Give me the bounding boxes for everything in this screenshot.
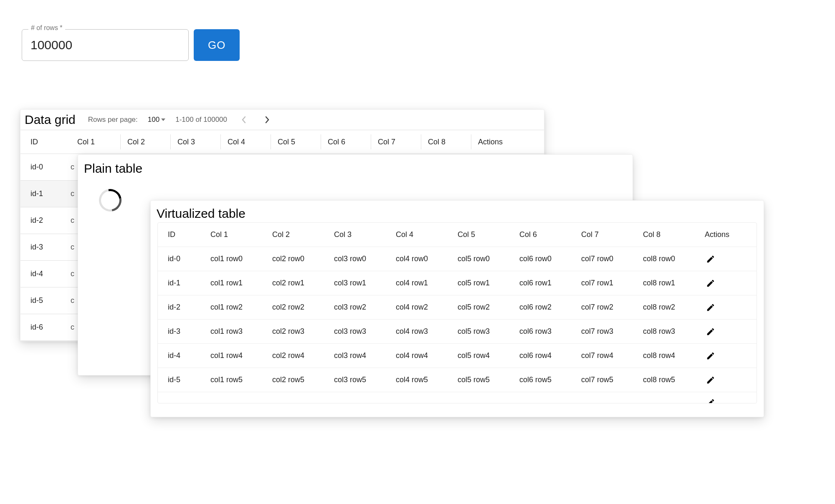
column-header-actions[interactable]: Actions bbox=[698, 230, 744, 239]
pencil-icon bbox=[706, 375, 715, 385]
edit-button[interactable] bbox=[705, 350, 716, 362]
cell: col4 row3 bbox=[389, 327, 451, 336]
column-header-col8[interactable]: Col 8 bbox=[636, 230, 698, 239]
cell: col8 row5 bbox=[636, 375, 698, 384]
controls-bar: # of rows * GO bbox=[22, 29, 240, 61]
cell-id: id-5 bbox=[158, 375, 204, 384]
cell-id: id-3 bbox=[20, 243, 71, 252]
pencil-icon bbox=[706, 398, 715, 403]
cell: col4 row0 bbox=[389, 255, 451, 263]
spinner-icon bbox=[94, 184, 126, 216]
cell: col1 row5 bbox=[204, 375, 266, 384]
column-header-col3[interactable]: Col 3 bbox=[171, 134, 221, 149]
column-header-col7[interactable]: Col 7 bbox=[574, 230, 636, 239]
next-page-button[interactable] bbox=[261, 113, 274, 126]
cell: col4 row1 bbox=[389, 279, 451, 287]
pencil-icon bbox=[706, 351, 715, 360]
column-header-col1[interactable]: Col 1 bbox=[204, 230, 266, 239]
cell-id: id-4 bbox=[158, 351, 204, 360]
data-grid-pager: Rows per page: 100 1-100 of 100000 bbox=[86, 113, 274, 126]
table-row[interactable]: id-1 col1 row1 col2 row1 col3 row1 col4 … bbox=[158, 271, 757, 295]
pencil-icon bbox=[706, 255, 715, 264]
cell: col6 row3 bbox=[513, 327, 574, 336]
data-grid-title: Data grid bbox=[20, 110, 86, 130]
cell: col7 row4 bbox=[574, 351, 636, 360]
chevron-left-icon bbox=[241, 116, 246, 123]
cell-id: id-3 bbox=[158, 327, 204, 336]
cell: col3 row4 bbox=[327, 351, 389, 360]
edit-button[interactable] bbox=[705, 277, 716, 289]
cell: col8 row2 bbox=[636, 303, 698, 312]
pencil-icon bbox=[706, 327, 715, 336]
cell-id: id-4 bbox=[20, 270, 71, 278]
column-header-id[interactable]: ID bbox=[158, 230, 204, 239]
rows-per-page-value: 100 bbox=[148, 116, 159, 124]
cell-id: id-2 bbox=[20, 216, 71, 225]
table-row[interactable]: id-0 col1 row0 col2 row0 col3 row0 col4 … bbox=[158, 247, 757, 271]
cell: col2 row0 bbox=[266, 255, 327, 263]
cell: col2 row5 bbox=[266, 375, 327, 384]
cell-id: id-6 bbox=[20, 323, 71, 332]
cell: col7 row3 bbox=[574, 327, 636, 336]
cell: col6 row4 bbox=[513, 351, 574, 360]
pencil-icon bbox=[706, 303, 715, 312]
cell-id: id-2 bbox=[158, 303, 204, 312]
column-header-col2[interactable]: Col 2 bbox=[121, 134, 171, 149]
column-header-col8[interactable]: Col 8 bbox=[421, 134, 471, 149]
column-header-col7[interactable]: Col 7 bbox=[371, 134, 421, 149]
edit-button[interactable] bbox=[705, 397, 716, 403]
column-header-col5[interactable]: Col 5 bbox=[271, 134, 321, 149]
cell: col4 row4 bbox=[389, 351, 451, 360]
column-header-col6[interactable]: Col 6 bbox=[321, 134, 371, 149]
cell-id: id-0 bbox=[158, 255, 204, 263]
cell: col5 row0 bbox=[451, 255, 513, 263]
cell: col1 row3 bbox=[204, 327, 266, 336]
column-header-col6[interactable]: Col 6 bbox=[513, 230, 574, 239]
cell-id: id-1 bbox=[20, 189, 71, 198]
cell: col3 row3 bbox=[327, 327, 389, 336]
edit-button[interactable] bbox=[705, 302, 716, 313]
column-header-col3[interactable]: Col 3 bbox=[327, 230, 389, 239]
go-button[interactable]: GO bbox=[194, 29, 240, 61]
rows-per-page-select[interactable]: 100 bbox=[148, 116, 165, 124]
cell: col4 row5 bbox=[389, 375, 451, 384]
cell-id: id-0 bbox=[20, 163, 71, 171]
table-row[interactable] bbox=[158, 392, 757, 403]
table-row[interactable]: id-4 col1 row4 col2 row4 col3 row4 col4 … bbox=[158, 344, 757, 368]
cell: col7 row5 bbox=[574, 375, 636, 384]
dropdown-triangle-icon bbox=[161, 118, 165, 121]
cell: col3 row2 bbox=[327, 303, 389, 312]
cell-id: id-5 bbox=[20, 296, 71, 305]
cell-id: id-1 bbox=[158, 279, 204, 287]
virtualized-table-card: Virtualized table ID Col 1 Col 2 Col 3 C… bbox=[150, 200, 764, 417]
cell: col1 row0 bbox=[204, 255, 266, 263]
table-row[interactable]: id-2 col1 row2 col2 row2 col3 row2 col4 … bbox=[158, 295, 757, 320]
cell: col5 row3 bbox=[451, 327, 513, 336]
edit-button[interactable] bbox=[705, 326, 716, 338]
column-header-col4[interactable]: Col 4 bbox=[221, 134, 271, 149]
cell: col7 row2 bbox=[574, 303, 636, 312]
edit-button[interactable] bbox=[705, 374, 716, 386]
cell: col8 row1 bbox=[636, 279, 698, 287]
column-header-id[interactable]: ID bbox=[20, 134, 71, 149]
column-header-col2[interactable]: Col 2 bbox=[266, 230, 327, 239]
virtualized-header-row: ID Col 1 Col 2 Col 3 Col 4 Col 5 Col 6 C… bbox=[158, 223, 757, 247]
rows-field-label: # of rows * bbox=[28, 24, 65, 32]
edit-button[interactable] bbox=[705, 253, 716, 265]
rows-input[interactable] bbox=[22, 29, 189, 61]
cell: col6 row2 bbox=[513, 303, 574, 312]
cell: col6 row0 bbox=[513, 255, 574, 263]
cell: col6 row5 bbox=[513, 375, 574, 384]
column-header-col1[interactable]: Col 1 bbox=[71, 134, 121, 149]
pencil-icon bbox=[706, 279, 715, 288]
column-header-actions[interactable]: Actions bbox=[471, 134, 521, 149]
column-header-col4[interactable]: Col 4 bbox=[389, 230, 451, 239]
table-row[interactable]: id-5 col1 row5 col2 row5 col3 row5 col4 … bbox=[158, 368, 757, 392]
column-header-col5[interactable]: Col 5 bbox=[451, 230, 513, 239]
prev-page-button[interactable] bbox=[237, 113, 250, 126]
cell: col5 row5 bbox=[451, 375, 513, 384]
cell: col2 row4 bbox=[266, 351, 327, 360]
table-row[interactable]: id-3 col1 row3 col2 row3 col3 row3 col4 … bbox=[158, 320, 757, 344]
cell: col8 row4 bbox=[636, 351, 698, 360]
cell: col2 row3 bbox=[266, 327, 327, 336]
